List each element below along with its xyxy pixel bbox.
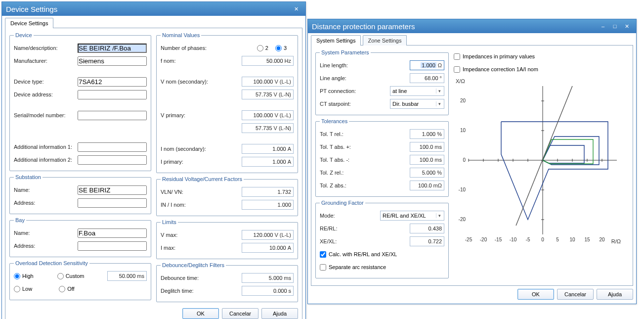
check-imp-primary[interactable]: Impedances in primary values xyxy=(454,53,535,60)
lbl-pt-conn: PT connection: xyxy=(320,88,390,94)
check-calc[interactable]: Calc. with RE/RL and XE/XL xyxy=(320,251,397,258)
input-device-type[interactable] xyxy=(78,77,147,87)
minimize-icon[interactable] xyxy=(598,22,608,31)
lbl-zabs: Tol. Z abs.: xyxy=(320,182,410,188)
input-device-address[interactable] xyxy=(78,90,147,99)
lbl-line-angle: Line angle: xyxy=(320,75,410,81)
input-xexl[interactable]: 0.722 xyxy=(410,236,444,246)
legend-residual: Residual Voltage/Current Factors xyxy=(161,176,244,182)
input-manufacturer[interactable] xyxy=(78,56,147,66)
input-info1[interactable] xyxy=(78,142,147,152)
input-overload-val[interactable]: 50.000ms xyxy=(107,271,147,281)
input-zabs[interactable]: 100.0mΩ xyxy=(410,181,444,190)
lbl-manuf: Manufacturer: xyxy=(14,58,78,64)
lbl-iprim: I primary: xyxy=(161,159,242,165)
cancel-button[interactable]: Cancelar xyxy=(222,308,258,319)
input-vsec-ll[interactable]: 100.000V (L-L) xyxy=(242,77,294,87)
group-bay: Bay Name: Address: xyxy=(9,217,151,257)
lbl-serial: Serial/model number: xyxy=(14,112,78,118)
lbl-high: High xyxy=(22,273,34,279)
input-iprim[interactable]: 1.000A xyxy=(242,157,294,167)
svg-text:15: 15 xyxy=(584,237,590,242)
legend-debounce: Debounce/Deglitch Filters xyxy=(161,262,226,268)
tab-device-settings[interactable]: Device Settings xyxy=(5,18,53,28)
tab-zone-settings[interactable]: Zone Settings xyxy=(363,35,407,46)
input-bay-addr[interactable] xyxy=(78,241,147,251)
legend-grounding: Grounding Factor xyxy=(320,200,365,206)
title-distance: Distance protection parameters xyxy=(312,22,597,31)
legend-limits: Limits xyxy=(161,219,178,225)
radio-low[interactable]: Low xyxy=(14,286,32,292)
input-vprim-ll[interactable]: 100.000V (L-L) xyxy=(242,110,294,120)
ok-button[interactable]: OK xyxy=(517,289,554,300)
input-debounce[interactable]: 5.000ms xyxy=(242,273,294,283)
radio-high[interactable]: High xyxy=(14,273,34,279)
input-serial[interactable] xyxy=(78,111,147,120)
group-overload: Overload Detection Sensitivity High Cust… xyxy=(9,260,151,300)
lbl-dev-addr: Device address: xyxy=(14,91,78,97)
chart-svg: -25-20-15-10-505101520-20-1001020 xyxy=(454,76,622,254)
input-line-length[interactable]: 1.000Ω xyxy=(410,60,444,70)
input-vmax[interactable]: 120.000V (L-L) xyxy=(242,230,294,240)
close-icon[interactable] xyxy=(621,22,632,31)
input-in[interactable]: 1.000 xyxy=(242,200,294,210)
input-device-name[interactable] xyxy=(78,44,147,53)
input-substation-addr[interactable] xyxy=(78,198,147,208)
input-info2[interactable] xyxy=(78,155,147,165)
input-vln[interactable]: 1.732 xyxy=(242,187,294,197)
input-bay-name[interactable] xyxy=(78,228,147,238)
chevron-down-icon[interactable]: ▾ xyxy=(436,101,443,106)
group-device: Device Name/description: Manufacturer: D… xyxy=(9,32,151,171)
radio-custom[interactable]: Custom xyxy=(57,273,85,279)
help-button[interactable]: Ajuda xyxy=(261,308,298,319)
group-limits: Limits V max: 120.000V (L-L) I max: 10.0… xyxy=(156,219,298,259)
group-nominal: Nominal Values Number of phases: 2 3 f n… xyxy=(156,32,298,173)
svg-text:5: 5 xyxy=(556,237,559,242)
lbl-fnom: f nom: xyxy=(161,58,242,64)
maximize-icon[interactable] xyxy=(609,22,620,31)
group-debounce: Debounce/Deglitch Filters Debounce time:… xyxy=(156,262,298,302)
input-isec[interactable]: 1.000A xyxy=(242,144,294,154)
radio-off[interactable]: Off xyxy=(59,286,74,292)
input-tabsm[interactable]: 100.0ms xyxy=(410,155,444,165)
select-grounding-mode[interactable]: RE/RL and XE/XL▾ xyxy=(380,211,444,221)
radio-phase3[interactable]: 3 xyxy=(275,45,287,51)
legend-tolerances: Tolerances xyxy=(320,118,349,124)
legend-device: Device xyxy=(14,32,34,38)
input-zrel[interactable]: 5.000% xyxy=(410,168,444,178)
lbl-isec: I nom (secondary): xyxy=(161,146,242,152)
ok-button[interactable]: OK xyxy=(182,308,219,319)
tab-system-settings[interactable]: System Settings xyxy=(311,35,361,46)
lbl-deglitch: Deglitch time: xyxy=(161,288,242,294)
input-vprim-ln[interactable]: 57.735V (L-N) xyxy=(242,123,294,133)
input-fnom[interactable]: 50.000Hz xyxy=(242,56,294,66)
input-rerl[interactable]: 0.438 xyxy=(410,224,444,233)
help-button[interactable]: Ajuda xyxy=(597,289,633,300)
check-imp-corr[interactable]: Impedance correction 1A/I nom xyxy=(454,66,538,73)
legend-bay: Bay xyxy=(14,217,26,223)
group-grounding: Grounding Factor Mode: RE/RL and XE/XL▾ … xyxy=(315,200,449,278)
lbl-line-length: Line length: xyxy=(320,62,410,68)
input-imax[interactable]: 10.000A xyxy=(242,243,294,253)
check-separate-arc[interactable]: Separate arc resistance xyxy=(320,264,386,271)
input-line-angle[interactable]: 68.00° xyxy=(410,73,444,83)
select-pt-connection[interactable]: at line▾ xyxy=(390,86,444,96)
chevron-down-icon[interactable]: ▾ xyxy=(436,89,443,93)
input-trel[interactable]: 1.000% xyxy=(410,129,444,139)
input-vsec-ln[interactable]: 57.735V (L-N) xyxy=(242,90,294,99)
select-ct-starpoint[interactable]: Dir. busbar▾ xyxy=(390,99,444,109)
input-deglitch[interactable]: 0.000s xyxy=(242,286,294,296)
radio-phase2[interactable]: 2 xyxy=(257,45,268,51)
chevron-down-icon[interactable]: ▾ xyxy=(436,213,443,218)
lbl-xexl: XE/XL: xyxy=(320,238,410,244)
titlebar-distance: Distance protection parameters xyxy=(308,19,636,33)
lbl-vmax: V max: xyxy=(161,232,242,238)
input-tabsp[interactable]: 100.0ms xyxy=(410,142,444,152)
lbl-custom: Custom xyxy=(66,273,85,279)
close-icon[interactable] xyxy=(291,4,301,13)
input-substation-name[interactable] xyxy=(78,185,147,195)
lbl-mode: Mode: xyxy=(320,213,380,219)
cancel-button[interactable]: Cancelar xyxy=(557,289,594,300)
group-system-params: System Parameters Line length: 1.000Ω Li… xyxy=(315,49,449,115)
svg-text:-15: -15 xyxy=(495,237,502,242)
